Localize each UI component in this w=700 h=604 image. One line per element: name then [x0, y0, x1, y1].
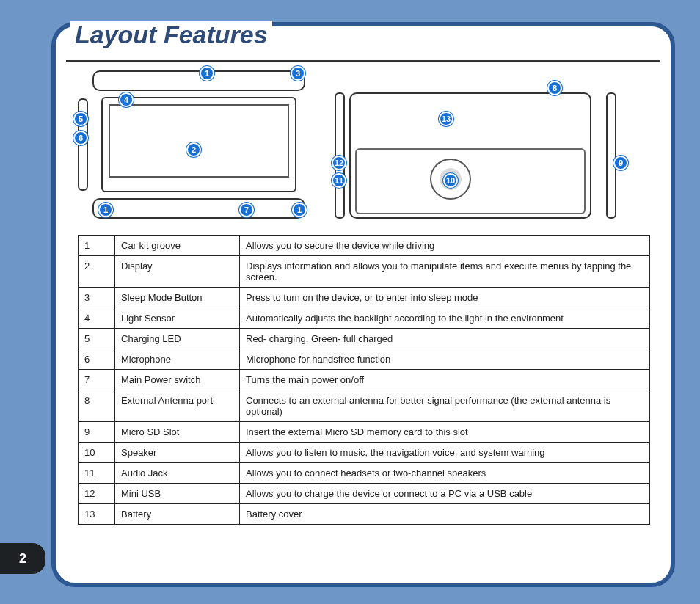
feature-number: 9 [79, 422, 115, 443]
page-frame: Layout Features 1345621718131211109 1Car… [51, 22, 675, 587]
feature-number: 12 [79, 484, 115, 504]
table-row: 10SpeakerAllows you to listen to music, … [79, 443, 650, 463]
callout-5: 5 [73, 112, 88, 126]
callout-1: 1 [292, 203, 307, 217]
device-top-bar [92, 70, 305, 91]
device-bottom-bar [92, 198, 305, 219]
feature-description: Battery cover [240, 504, 650, 525]
feature-name: Mini USB [115, 484, 240, 504]
feature-description: Turns the main power on/off [240, 370, 650, 390]
feature-number: 11 [79, 463, 115, 484]
feature-description: Red- charging, Green- full charged [240, 329, 650, 349]
device-back-right-edge [606, 92, 616, 219]
table-row: 1Car kit grooveAllows you to secure the … [79, 236, 650, 256]
feature-description: Press to turn on the device, or to enter… [240, 288, 650, 308]
feature-name: Sleep Mode Button [115, 288, 240, 308]
feature-number: 3 [79, 288, 115, 308]
device-diagram: 1345621718131211109 [78, 70, 657, 228]
title-rule [66, 60, 660, 62]
feature-number: 7 [79, 370, 115, 390]
table-row: 4Light SensorAutomatically adjusts the b… [79, 308, 650, 329]
table-row: 6MicrophoneMicrophone for handsfree func… [79, 349, 650, 370]
callout-8: 8 [547, 81, 562, 95]
table-row: 5Charging LEDRed- charging, Green- full … [79, 329, 650, 349]
feature-name: Charging LED [115, 329, 240, 349]
feature-description: Allows you to connect headsets or two-ch… [240, 463, 650, 484]
features-table: 1Car kit grooveAllows you to secure the … [78, 235, 650, 525]
callout-2: 2 [186, 142, 201, 157]
feature-name: Battery [115, 504, 240, 525]
feature-name: Display [115, 256, 240, 288]
callout-12: 12 [332, 156, 346, 170]
feature-name: External Antenna port [115, 390, 240, 422]
feature-description: Displays information and allows you to m… [240, 256, 650, 288]
feature-description: Allows you to listen to music, the navig… [240, 443, 650, 463]
table-row: 3Sleep Mode ButtonPress to turn on the d… [79, 288, 650, 308]
feature-number: 10 [79, 443, 115, 463]
feature-name: Speaker [115, 443, 240, 463]
page-number: 2 [0, 543, 45, 574]
feature-description: Microphone for handsfree function [240, 349, 650, 370]
callout-1: 1 [98, 203, 113, 217]
callout-4: 4 [119, 92, 134, 107]
feature-name: Main Power switch [115, 370, 240, 390]
callout-9: 9 [613, 156, 628, 170]
table-row: 12Mini USBAllows you to charge the devic… [79, 484, 650, 504]
table-row: 9Micro SD SlotInsert the external Micro … [79, 422, 650, 443]
feature-number: 8 [79, 390, 115, 422]
callout-11: 11 [332, 173, 346, 188]
feature-description: Automatically adjusts the backlight acco… [240, 308, 650, 329]
table-row: 11Audio JackAllows you to connect headse… [79, 463, 650, 484]
feature-description: Allows you to charge the device or conne… [240, 484, 650, 504]
callout-7: 7 [239, 203, 254, 217]
table-row: 8External Antenna portConnects to an ext… [79, 390, 650, 422]
callout-10: 10 [443, 173, 458, 188]
table-row: 13BatteryBattery cover [79, 504, 650, 525]
feature-description: Allows you to secure the device while dr… [240, 236, 650, 256]
feature-description: Connects to an external antenna for bett… [240, 390, 650, 422]
feature-name: Microphone [115, 349, 240, 370]
callout-1: 1 [200, 66, 214, 81]
table-row: 7Main Power switchTurns the main power o… [79, 370, 650, 390]
callout-13: 13 [439, 112, 453, 126]
feature-number: 5 [79, 329, 115, 349]
feature-number: 2 [79, 256, 115, 288]
callout-3: 3 [291, 66, 305, 81]
page-title: Layout Features [70, 21, 272, 49]
feature-number: 4 [79, 308, 115, 329]
feature-description: Insert the external Micro SD memory card… [240, 422, 650, 443]
feature-name: Audio Jack [115, 463, 240, 484]
feature-name: Car kit groove [115, 236, 240, 256]
feature-number: 6 [79, 349, 115, 370]
feature-number: 1 [79, 236, 115, 256]
feature-name: Light Sensor [115, 308, 240, 329]
feature-name: Micro SD Slot [115, 422, 240, 443]
callout-6: 6 [73, 131, 88, 145]
feature-number: 13 [79, 504, 115, 525]
table-row: 2DisplayDisplays information and allows … [79, 256, 650, 288]
